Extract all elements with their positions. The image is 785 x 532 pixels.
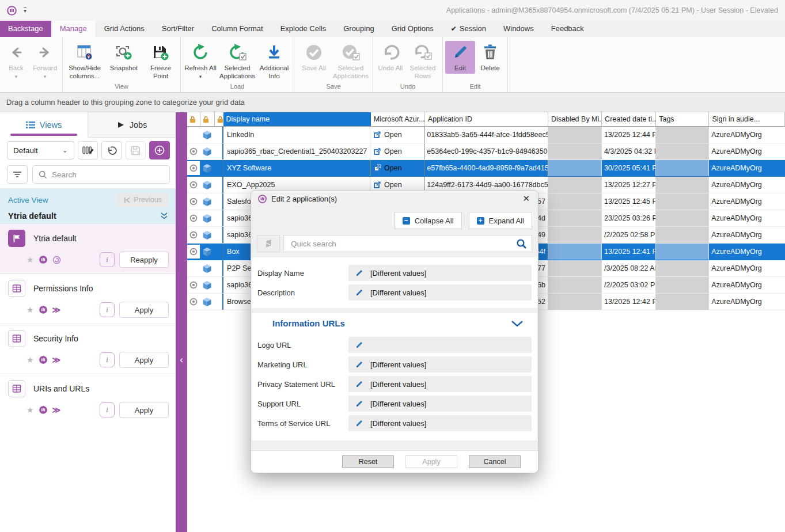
tab-backstage[interactable]: Backstage — [0, 21, 51, 37]
grid-row[interactable]: XYZ SoftwareOpene57fb65a-4400-4ad9-8959-… — [187, 160, 785, 177]
column-header-tags[interactable]: Tags — [656, 112, 709, 126]
row-loaded-indicator-cell[interactable] — [187, 294, 200, 310]
view-item[interactable]: Ytria default★iReapply — [0, 224, 176, 273]
field-value-box[interactable]: [Different values] — [348, 284, 532, 301]
row-loaded-indicator-cell[interactable] — [187, 227, 200, 243]
freeze-point-button[interactable]: Freeze Point — [143, 41, 178, 81]
application-id-cell[interactable]: e57fb65a-4400-4ad9-8959-f9a7ad415db — [424, 160, 548, 176]
column-header-azure[interactable]: Microsoft Azur... — [371, 112, 425, 126]
tab-manage[interactable]: Manage — [51, 21, 96, 37]
cancel-button[interactable]: Cancel — [469, 455, 521, 468]
collapse-all-button[interactable]: − Collapse All — [395, 212, 462, 229]
row-loaded-indicator-cell[interactable] — [187, 143, 200, 159]
display-name-cell[interactable]: XYZ Software — [222, 160, 370, 176]
created-date-cell[interactable]: /2/2025 02:58 PM — [602, 227, 656, 243]
view-info-button[interactable]: i — [100, 252, 115, 267]
azure-open-link[interactable]: Open — [373, 147, 402, 155]
tab-feedback[interactable]: Feedback — [543, 21, 593, 37]
load-selected-applications-button[interactable]: Selected Applications — [218, 41, 257, 81]
view-item[interactable]: Security Info★≫iApply — [0, 324, 176, 374]
double-arrow-icon[interactable]: ≫ — [52, 405, 60, 415]
edit-pencil-icon[interactable] — [355, 269, 363, 278]
row-loaded-indicator-cell[interactable] — [187, 193, 200, 210]
tab-column-format[interactable]: Column Format — [203, 21, 272, 37]
show-hide-columns-button[interactable]: Show/Hide columns... — [65, 41, 104, 81]
refresh-all-button[interactable]: Refresh All ▾ — [183, 41, 218, 81]
favorite-star-icon[interactable]: ★ — [26, 355, 34, 364]
created-date-cell[interactable]: 13/2025 12:27 PM — [602, 177, 656, 193]
sign-in-audience-cell[interactable]: AzureADMyOrg — [709, 227, 785, 243]
edit-tags-button[interactable] — [78, 141, 98, 159]
apply-button[interactable]: Apply — [405, 455, 457, 468]
back-button[interactable]: Back ▾ — [2, 41, 30, 81]
save-view-button[interactable] — [126, 141, 146, 159]
field-value-box[interactable]: [Different values] — [348, 415, 532, 431]
double-arrow-icon[interactable]: ≫ — [52, 305, 60, 314]
snapshot-button[interactable]: Snapshot — [104, 41, 143, 74]
sign-in-audience-cell[interactable]: AzureADMyOrg — [709, 277, 785, 293]
apply-view-button[interactable]: Apply — [119, 302, 169, 318]
edit-pencil-icon[interactable] — [355, 400, 363, 408]
sign-in-audience-cell[interactable]: AzureADMyOrg — [709, 177, 785, 193]
reset-view-button[interactable] — [101, 141, 122, 159]
forward-button[interactable]: Forward ▾ — [30, 41, 60, 81]
sidebar-collapse-strip[interactable]: ‹ — [176, 112, 187, 532]
field-value-box[interactable]: [Different values] — [348, 356, 532, 373]
column-header-sign-in-audience[interactable]: Sign in audie... — [709, 112, 785, 126]
previous-view-button[interactable]: Previous — [117, 193, 169, 207]
display-name-cell[interactable]: LinkedIn — [222, 127, 370, 143]
edit-pencil-icon[interactable] — [355, 360, 363, 369]
save-all-button[interactable]: Save All — [297, 41, 331, 74]
edit-pencil-icon[interactable] — [355, 341, 363, 349]
additional-info-button[interactable]: Additional Info — [257, 41, 291, 81]
delete-button[interactable]: Delete — [475, 41, 505, 74]
field-value-box[interactable] — [348, 337, 532, 353]
row-loaded-indicator-cell[interactable] — [187, 127, 200, 143]
column-header-created-date[interactable]: Created date ti... — [602, 112, 656, 126]
grid-row[interactable]: LinkedInOpen01833ab5-3a65-444f-afce-1fdd… — [187, 127, 785, 143]
sign-in-audience-cell[interactable]: AzureADMyOrg — [709, 244, 785, 260]
search-input[interactable]: Search — [32, 165, 170, 184]
edit-pencil-icon[interactable] — [355, 419, 363, 428]
tab-grid-options[interactable]: Grid Options — [383, 21, 442, 37]
favorite-star-icon[interactable]: ★ — [26, 405, 34, 415]
undo-selected-rows-button[interactable]: Selected Rows — [405, 41, 440, 81]
tab-session[interactable]: ✔Session — [442, 21, 495, 37]
created-date-cell[interactable]: /2/2025 03:02 PM — [602, 277, 656, 293]
tab-explode-cells[interactable]: Explode Cells — [272, 21, 335, 37]
row-loaded-indicator-cell[interactable] — [187, 210, 200, 226]
dialog-title-bar[interactable]: Edit 2 application(s) ✕ — [251, 191, 538, 207]
tab-grid-actions[interactable]: Grid Actions — [96, 21, 153, 37]
favorite-star-icon[interactable]: ★ — [26, 255, 34, 264]
view-scope-dropdown[interactable]: Default ⌄ — [7, 141, 74, 159]
collapse-sidebar-icon[interactable]: ‹ — [176, 351, 187, 368]
view-info-button[interactable]: i — [100, 402, 115, 417]
column-header-lock-1[interactable] — [187, 112, 200, 126]
add-view-button[interactable] — [149, 141, 170, 159]
sign-in-audience-cell[interactable]: AzureADMyOrg — [709, 210, 785, 226]
column-header-s[interactable]: S — [215, 112, 223, 126]
row-loaded-indicator-cell[interactable] — [187, 160, 200, 176]
tab-jobs[interactable]: Jobs — [88, 112, 176, 138]
tab-windows[interactable]: Windows — [495, 21, 543, 37]
created-date-cell[interactable]: 13/2025 12:44 PM — [602, 127, 656, 143]
created-date-cell[interactable]: 23/2025 03:26 PM — [602, 210, 656, 226]
row-loaded-indicator-cell[interactable] — [187, 277, 200, 293]
apply-view-button[interactable]: Apply — [119, 402, 169, 418]
close-icon[interactable]: ✕ — [521, 193, 531, 204]
undo-all-button[interactable]: Undo All — [376, 41, 405, 74]
sign-in-audience-cell[interactable]: AzureADMyOrg — [709, 143, 785, 159]
row-loaded-indicator-cell[interactable] — [187, 177, 200, 193]
view-info-button[interactable]: i — [100, 302, 115, 317]
application-id-cell[interactable]: e5364ec0-199c-4357-b1c9-84946350038 — [424, 143, 548, 159]
clear-search-button[interactable] — [257, 235, 280, 252]
grid-row[interactable]: sapio365_rbac_Credential1_250403203227Op… — [187, 143, 785, 160]
column-header-display-name[interactable]: Display name — [223, 112, 371, 126]
application-id-cell[interactable]: 01833ab5-3a65-444f-afce-1fdd58eec549 — [424, 127, 548, 143]
reset-button[interactable]: Reset — [342, 455, 394, 468]
double-arrow-icon[interactable]: ≫ — [52, 355, 60, 364]
edit-pencil-icon[interactable] — [355, 288, 363, 297]
column-header-application-id[interactable]: Application ID — [425, 112, 548, 126]
created-date-cell[interactable]: 13/2025 12:41 PM — [602, 244, 656, 260]
field-value-box[interactable]: [Different values] — [348, 376, 532, 392]
